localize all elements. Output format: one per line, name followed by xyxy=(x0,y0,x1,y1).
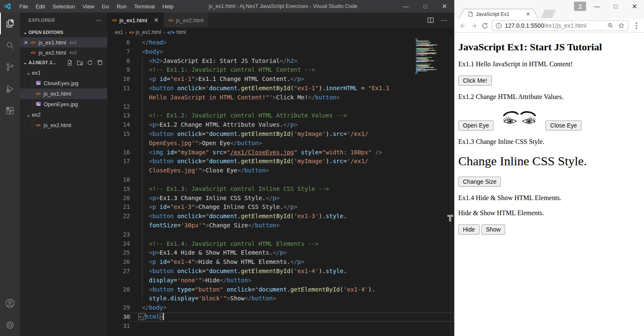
extensions-icon[interactable] xyxy=(0,100,20,122)
code-line-20[interactable]: 20 <p>Ex1.3 Change Inline CSS Style.</p> xyxy=(107,194,454,203)
new-folder-icon[interactable] xyxy=(77,60,83,66)
tab-js-ex2[interactable]: <> js_ex2.html xyxy=(164,13,208,28)
refresh-icon[interactable] xyxy=(87,60,93,66)
code-line-15[interactable]: 15 <button onclick="document.getElementB… xyxy=(107,130,454,139)
resize-handle[interactable] xyxy=(447,215,454,221)
close-eye-button[interactable]: Close Eye xyxy=(545,120,582,130)
split-editor-icon[interactable] xyxy=(427,17,434,23)
code-line-18[interactable]: 18 xyxy=(107,175,454,185)
code-line-10[interactable]: 10 <p id="ex1-1">Ex1.1 Change HTML Conte… xyxy=(107,75,454,84)
tree-file-CloseEyes.jpg[interactable]: CloseEyes.jpg xyxy=(20,78,107,89)
code-line-13[interactable]: 13 <!-- Ex1.2: JavaScript control HTML A… xyxy=(107,111,454,120)
search-icon[interactable] xyxy=(0,34,20,56)
breadcrumb-item-html[interactable]: </>html xyxy=(167,29,186,35)
tree-file-js_ex2.html[interactable]: <>js_ex2.html xyxy=(20,120,107,130)
code-line-wrap[interactable]: display='none'">Hide</button> xyxy=(107,276,454,285)
breadcrumb-item-js_ex1.html[interactable]: <>js_ex1.html xyxy=(129,29,161,35)
code-line-30[interactable]: 30</html> xyxy=(107,313,454,322)
code-line-16[interactable]: 16 <img id="myImage" src="/ex1/CloseEyes… xyxy=(107,148,454,157)
code-line-17[interactable]: 17 <button onclick="document.getElementB… xyxy=(107,157,454,166)
change-size-button[interactable]: Change Size xyxy=(458,177,501,187)
explorer-icon[interactable] xyxy=(0,13,20,34)
minimap[interactable] xyxy=(415,39,450,76)
code-line-31[interactable]: 31 xyxy=(107,322,454,331)
code-line-wrap[interactable]: CloseEyes.jpg'">Close Eye</button> xyxy=(107,166,454,175)
more-actions-icon[interactable]: ⋯ xyxy=(441,16,447,24)
info-icon[interactable] xyxy=(496,23,502,29)
bookmark-star-icon[interactable] xyxy=(618,22,625,29)
minimize-button[interactable]: — xyxy=(396,0,415,13)
maximize-button[interactable]: □ xyxy=(415,0,435,13)
tab-js-ex1[interactable]: <> js_ex1.html ✕ xyxy=(107,13,164,28)
code-line-wrap[interactable]: OpenEyes.jpg'">Open Eye</button> xyxy=(107,139,454,148)
url-bar[interactable]: 127.0.0.1:5500/ex1/js_ex1.html xyxy=(492,20,628,31)
close-tab-icon[interactable]: ✕ xyxy=(154,17,159,23)
code-line-29[interactable]: 29 </body> xyxy=(107,303,454,313)
code-line-25[interactable]: 25 <p>Ex1.4 Hide & Show HTML Elements.</… xyxy=(107,248,454,258)
menu-terminal[interactable]: Terminal xyxy=(130,3,158,10)
browser-tab[interactable]: JavaScript Ex1 ✕ xyxy=(459,9,538,19)
workspace-header[interactable]: ⌄ AJ.NEST J... xyxy=(20,57,107,68)
code-line-19[interactable]: 19 <!-- Ex1.3: JavaScript control Inline… xyxy=(107,185,454,194)
open-editors-header[interactable]: ⌄ OPEN EDITORS xyxy=(20,27,107,37)
close-editor-icon[interactable]: ✕ xyxy=(23,39,29,46)
hide-button[interactable]: Hide xyxy=(458,224,480,234)
show-button[interactable]: Show xyxy=(481,224,505,234)
code-line-23[interactable]: 23 xyxy=(107,230,454,240)
code-line-24[interactable]: 24 <!-- Ex1.4: JavaScript control HTML E… xyxy=(107,240,454,249)
code-line-28[interactable]: 28 <button type="button" onclick="docume… xyxy=(107,285,454,294)
open-eye-button[interactable]: Open Eye xyxy=(458,120,493,130)
breadcrumb-item-ex1[interactable]: ex1 xyxy=(115,29,123,35)
code-line-11[interactable]: 11 <button onclick='document.getElementB… xyxy=(107,84,454,93)
open-editor-js_ex2.html[interactable]: <>js_ex2.htmlex2 xyxy=(20,47,107,57)
tree-file-OpenEyes.jpg[interactable]: OpenEyes.jpg xyxy=(20,99,107,109)
collapse-all-icon[interactable] xyxy=(97,60,103,66)
menu-file[interactable]: File xyxy=(16,3,32,10)
close-button[interactable]: ✕ xyxy=(435,0,454,13)
tree-folder-ex1[interactable]: ⌄ex1 xyxy=(20,68,107,78)
code-line-27[interactable]: 27 <button onclick="document.getElementB… xyxy=(107,267,454,276)
click-me-button[interactable]: Click Me! xyxy=(458,76,492,86)
new-tab-button[interactable] xyxy=(541,10,556,18)
code-line-7[interactable]: 7 <body> xyxy=(107,47,454,57)
code-line-6[interactable]: 6 </head> xyxy=(107,38,454,47)
menu-selection[interactable]: Selection xyxy=(49,3,78,10)
code-line-wrap[interactable]: style.display='block'">Show</button> xyxy=(107,294,454,303)
reload-icon[interactable] xyxy=(479,22,490,29)
account-icon[interactable] xyxy=(0,292,20,314)
new-file-icon[interactable] xyxy=(67,60,73,66)
menu-edit[interactable]: Edit xyxy=(32,3,49,10)
menu-view[interactable]: View xyxy=(79,3,98,10)
zoom-icon[interactable] xyxy=(607,22,614,29)
code-line-14[interactable]: 14 <p>Ex1.2 Change HTML Attribute Values… xyxy=(107,120,454,130)
code-line-12[interactable]: 12 xyxy=(107,102,454,112)
source-control-icon[interactable] xyxy=(0,56,20,78)
editor-scrollbar[interactable] xyxy=(451,37,454,336)
maximize-button[interactable]: □ xyxy=(606,0,625,13)
tree-file-js_ex1.html[interactable]: <>js_ex1.html xyxy=(20,89,107,99)
menu-run[interactable]: Run xyxy=(113,3,130,10)
menu-help[interactable]: Help xyxy=(158,3,177,10)
tree-folder-ex2[interactable]: ⌄ex2 xyxy=(20,109,107,120)
minimize-button[interactable]: — xyxy=(587,0,606,13)
close-button[interactable]: ✕ xyxy=(625,0,644,13)
url-text[interactable]: 127.0.0.1:5500/ex1/js_ex1.html xyxy=(505,22,605,29)
settings-gear-icon[interactable] xyxy=(0,314,20,336)
browser-menu-icon[interactable] xyxy=(632,22,641,29)
code-line-wrap[interactable]: Hello JavaScript in HTML Content!"'>Clic… xyxy=(107,93,454,102)
code-editor[interactable]: 6 </head>7 <body>8 <h2>JavaScript Ex1: S… xyxy=(107,37,454,336)
code-line-9[interactable]: 9 <!-- Ex1.1: JavaScript control HTML Co… xyxy=(107,65,454,75)
profile-icon[interactable] xyxy=(574,2,586,11)
code-line-8[interactable]: 8 <h2>JavaScript Ex1: Start JS Tutorial<… xyxy=(107,57,454,66)
back-icon[interactable] xyxy=(457,22,468,29)
code-line-21[interactable]: 21 <p id="ex1-3">Change Inline CSS Style… xyxy=(107,203,454,212)
code-line-wrap[interactable]: fontSize='30px'">Change Size</button> xyxy=(107,221,454,230)
close-tab-icon[interactable]: ✕ xyxy=(526,11,530,17)
menu-go[interactable]: Go xyxy=(98,3,113,10)
open-editor-js_ex1.html[interactable]: ✕<>js_ex1.htmlex1 xyxy=(20,37,107,47)
code-line-22[interactable]: 22 <button onclick="document.getElementB… xyxy=(107,212,454,221)
forward-icon[interactable] xyxy=(468,22,479,29)
explorer-more-actions-icon[interactable]: ⋯ xyxy=(96,17,102,23)
run-debug-icon[interactable] xyxy=(0,78,20,100)
code-line-26[interactable]: 26 <p id="ex1-4">Hide & Show HTML Elemen… xyxy=(107,258,454,267)
